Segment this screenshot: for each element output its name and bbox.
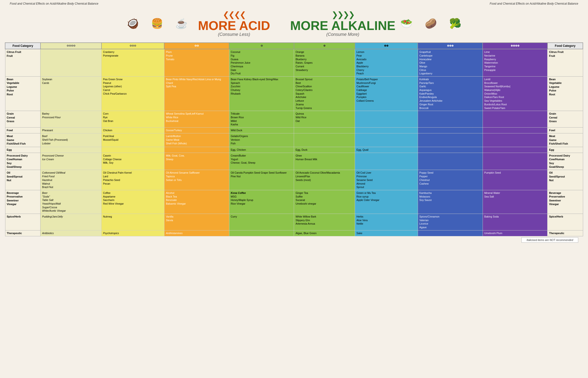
cell-6-m3: CaseinCottage CheeseMilk, Soy	[101, 153, 164, 170]
cell-4-m2: Lamb/MuttonGame MeatShell Fish (Whole)	[164, 133, 229, 147]
cell-1-p2: Potato/Bell PepperMushroom/FungiCauliflo…	[355, 77, 418, 111]
cell-4-m1: Gelatin/OrgansVenisonFish	[229, 133, 294, 147]
cell-9-p4: Baking Soda	[483, 214, 547, 230]
footnote: Italicised items are NOT recommended	[521, 237, 578, 243]
coffee-icon: ☕	[171, 13, 192, 34]
food-category-header-right: Food Category	[547, 43, 583, 49]
cell-4-m4: BeefShell Fish (Processed)Lobster	[41, 133, 101, 147]
hero-left-foods: 🥥 🍔 ☕	[122, 13, 192, 34]
cell-6-m1: Cream/ButterYogurtCheese; Goat, Sheep	[229, 153, 294, 170]
cell-9-cat_right: Spice/Herb	[547, 214, 583, 230]
cell-5-p3	[418, 147, 483, 153]
cell-3-m2: Goose/Turkey	[164, 127, 229, 133]
cell-1-m2: Bean Pinto White Navy/Red Aduki Lima or …	[164, 77, 229, 111]
cell-4-cat_right: MeatGameFish/Shell Fish	[547, 133, 583, 147]
cell-4-p2	[355, 133, 418, 147]
minus3-header: ⊖⊖⊖	[101, 43, 164, 49]
cell-6-cat_right: Processed DairyCow/HumanSoyGoat/Sheep	[547, 153, 583, 170]
cell-10-m1	[229, 230, 294, 236]
cell-0-cat_right: Citrus FruitFruit	[547, 49, 583, 76]
cell-8-p2: Green or Mu TeaRice syrupApple Cider Vin…	[355, 190, 418, 214]
potato-icon: 🥔	[420, 13, 442, 34]
cell-8-p3: KambuchaMolassesSoy Sauce	[418, 190, 483, 214]
cell-2-cat_right: GrainCerealGrass	[547, 111, 583, 128]
acid-header: ❮❮❮❮ MORE ACID (Consume Less)	[192, 10, 275, 37]
acid-alkaline-table: Food Category ⊖⊖⊖⊖ ⊖⊖⊖ ⊖⊖ ⊖ ⊕ ⊕⊕ ⊕⊕⊕ ⊕⊕⊕…	[5, 42, 583, 236]
cell-10-m4: Antibiotics	[41, 230, 101, 236]
cell-4-p1	[294, 133, 355, 147]
cell-2-p3	[418, 111, 483, 128]
cell-3-p3	[418, 127, 483, 133]
cell-1-p3: KohlrabiParsnip/TaroGarlicAsparagusKale/…	[418, 77, 483, 111]
cell-7-m3: Oil Chestnut Palm KernelLardPistachio Se…	[101, 170, 164, 190]
cell-10-cat_right: Therapeutic	[547, 230, 583, 236]
cell-9-p3: Spices/CinnamonValerianLicoriceAgave	[418, 214, 483, 230]
cell-2-p4	[483, 111, 547, 128]
cell-8-p1: Ginger TeaSulfiteSucanatUmeboshi vinegar	[294, 190, 355, 214]
food-category-header: Food Category	[5, 43, 41, 49]
salad-icon: 🥗	[396, 13, 417, 34]
cell-5-category: Egg	[5, 147, 41, 153]
table-row: Citrus FruitFruitCranberryPomegranatePlu…	[5, 49, 583, 76]
cell-5-p4	[483, 147, 547, 153]
cell-6-p3	[418, 153, 483, 170]
cell-9-m2: VanillaStevia	[164, 214, 229, 230]
minus2-header: ⊖⊖	[164, 43, 229, 49]
cell-4-p4	[483, 133, 547, 147]
minus1-header: ⊖	[229, 43, 294, 49]
cell-4-category: MeatGameFish/Shell Fish	[5, 133, 41, 147]
alkaline-header: ❯❯❯❯ MORE ALKALINE (Consume More)	[290, 10, 395, 37]
cell-0-p2: LemonPearAvocadoAppleBlackberryCherryPea…	[355, 49, 418, 76]
cell-6-m2: Milk; Goat, Cow,Sheep	[164, 153, 229, 170]
hero-right-foods: 🥗 🥔 🥦	[396, 13, 466, 34]
cell-10-m3: Psychotropics	[101, 230, 164, 236]
cell-7-p3: Poppy SeedPepperChestnutCashew	[418, 170, 483, 190]
page-header: Food and Chemical Effects on Acid/Alkali…	[0, 0, 588, 6]
cell-7-cat_right: OilSeed/SproutNut	[547, 170, 583, 190]
cell-3-m3: Chicken	[101, 127, 164, 133]
more-alkaline-title: MORE ALKALINE	[290, 19, 395, 32]
cell-0-p4: LimeNectarineRaspberryWatermelonTangerin…	[483, 49, 547, 76]
plus4-header: ⊕⊕⊕⊕	[483, 43, 547, 49]
title-right: Food and Chemical Effects on Acid/Alkali…	[490, 2, 578, 5]
cell-4-m3: Pork/VealMussel/Squid	[101, 133, 164, 147]
cell-5-p2: Egg, Quail	[355, 147, 418, 153]
cell-10-p1: Algae, Blue Green	[294, 230, 355, 236]
cell-10-p3	[418, 230, 483, 236]
cell-9-m3: Nutmeg	[101, 214, 164, 230]
table-row: Processed DairyCow/HumanSoyGoat/SheepPro…	[5, 153, 583, 170]
cell-3-m4: Pheasant	[41, 127, 101, 133]
cell-3-category: Fowl	[5, 127, 41, 133]
cell-9-m4: Pudding/Jam/Jelly	[41, 214, 101, 230]
cell-7-m2: Oil Almond Sesame SafflowerTapiocaSeitan…	[164, 170, 229, 190]
cell-3-p4	[483, 127, 547, 133]
burger-icon: 🍔	[146, 13, 168, 34]
coconut-icon: 🥥	[122, 13, 144, 34]
cell-7-p1: Oil Avocado Coconut Olive/Macadamia Lins…	[294, 170, 355, 190]
cell-2-category: GrainCerealGrass	[5, 111, 41, 128]
cell-0-m1: CoconutFigGuavaPersimmon JuiceCherimoyaD…	[229, 49, 294, 76]
cell-5-m1: Egg, Chicken	[229, 147, 294, 153]
cell-10-p2: Sake	[355, 230, 418, 236]
table-row: BeveragePreservativeSweetnerVinegarBeer"…	[5, 190, 583, 214]
cell-10-m2: Antihistamines	[164, 230, 229, 236]
footnote-wrap: Italicised items are NOT recommended	[0, 236, 588, 244]
table-row: EggEgg, ChickenEgg, DuckEgg, QuailEgg	[5, 147, 583, 153]
cell-5-p1: Egg, Duck	[294, 147, 355, 153]
broccoli-icon: 🥦	[444, 13, 466, 34]
cell-3-cat_right: Fowl	[547, 127, 583, 133]
cell-4-p3	[418, 133, 483, 147]
cell-0-m3: CranberryPomegranate	[101, 49, 164, 76]
cell-2-m1: TriticaleBrown RiceMilletKasha	[229, 111, 294, 128]
cell-1-m1: Bean Fava Kidney Black-eyed String/WaxSp…	[229, 77, 294, 111]
cell-0-p1: OrangeBananaBlueberryRaisin, GrapesCurra…	[294, 49, 355, 76]
table-row: GrainCerealGrassBarleyProcessed FlourCor…	[5, 111, 583, 128]
cell-8-m2: AlcoholBlack TeaBenzoateBalsamic Vinegar	[164, 190, 229, 214]
acid-arrows: ❮❮❮❮	[223, 10, 245, 19]
cell-7-m4: Cottonseed Oil/MealFried FoodHazelnutWal…	[41, 170, 101, 190]
cell-6-p4	[483, 153, 547, 170]
cell-8-m1: Kona CoffeeMSGHoney/Maple SyrupRice Vine…	[229, 190, 294, 214]
cell-9-p2: HerbsAloe VeraNettle	[355, 214, 418, 230]
table-row: FowlPheasantChickenGoose/TurkeyWild Duck…	[5, 127, 583, 133]
table-row: Spice/HerbPudding/Jam/JellyNutmegVanilla…	[5, 214, 583, 230]
